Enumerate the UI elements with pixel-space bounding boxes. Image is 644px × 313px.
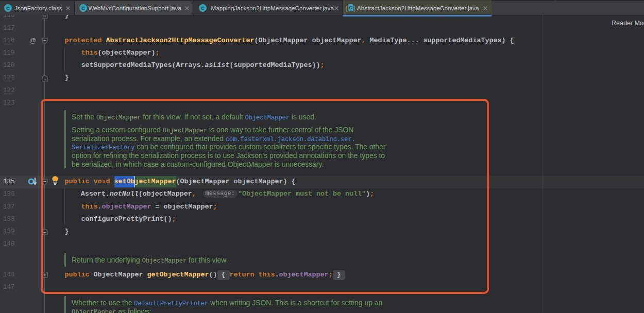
svg-text:C: C xyxy=(81,6,85,11)
svg-text:C: C xyxy=(6,6,10,11)
svg-text:C: C xyxy=(201,6,205,11)
